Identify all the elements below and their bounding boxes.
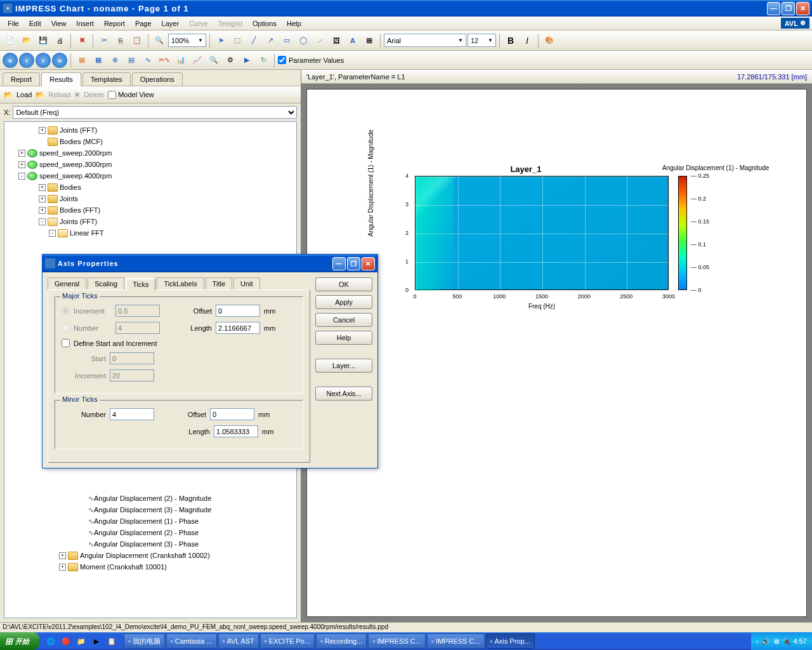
menu-page[interactable]: Page [130, 18, 157, 29]
clock[interactable]: 4:57 [794, 637, 807, 645]
bold-icon[interactable]: B [503, 33, 518, 48]
explorer-icon[interactable]: 📁 [74, 633, 89, 649]
tray-volume-icon[interactable]: 🔊 [761, 637, 770, 646]
tree-item[interactable]: +Moment (Crankshaft 10001) [4, 561, 296, 573]
tree-item[interactable]: +speed_sweep.3000rpm [4, 159, 296, 170]
dialog-minimize-button[interactable]: — [332, 257, 346, 270]
save-icon[interactable]: 💾 [36, 33, 51, 48]
zoom-combo[interactable]: 100% [168, 34, 206, 47]
tree-item[interactable]: -Linear FFT [4, 227, 296, 239]
open-icon[interactable]: 📂 [19, 33, 34, 48]
tree-item[interactable]: ∿ Angular Displacement (1) - Phase [4, 515, 296, 527]
dlg-tab-general[interactable]: General [48, 277, 86, 289]
tree-item[interactable]: ∿ Angular Displacement (3) - Magnitude [4, 504, 296, 515]
nav-next-icon[interactable]: › [36, 53, 51, 68]
cut-icon[interactable]: ✂ [96, 33, 112, 48]
help-button[interactable]: Help [315, 331, 372, 345]
task-item[interactable]: ▫EXCITE Po... [260, 633, 315, 649]
x-axis-select[interactable]: Default (Freq) [13, 106, 297, 119]
line-icon[interactable]: ╱ [246, 33, 261, 48]
minimize-button[interactable]: — [767, 2, 780, 15]
dialog-close-button[interactable]: ✕ [362, 257, 375, 270]
plot2-icon[interactable]: 📈 [190, 53, 205, 68]
dlg-tab-unit[interactable]: Unit [233, 277, 260, 289]
magnify-icon[interactable]: 🔍 [206, 53, 221, 68]
delete-icon[interactable]: ✖ [74, 33, 89, 48]
rect-icon[interactable]: ▭ [279, 33, 294, 48]
nav-last-icon[interactable]: » [52, 53, 67, 68]
curve-icon[interactable]: ⟋ [312, 33, 327, 48]
tree-item[interactable]: Bodies (MCF) [4, 136, 296, 147]
app-icon[interactable]: 📋 [104, 633, 119, 649]
font-name-combo[interactable]: Arial [384, 34, 466, 47]
crosshair-icon[interactable]: ⊕ [107, 53, 122, 68]
plot1-icon[interactable]: 📊 [173, 53, 188, 68]
tree-item[interactable]: +Angular Displacement (Crankshaft 10002) [4, 550, 296, 561]
dlg-tab-ticks[interactable]: Ticks [126, 278, 155, 290]
define-start-checkbox[interactable] [62, 339, 70, 347]
task-item[interactable]: ▫AVL AST [218, 633, 259, 649]
print-icon[interactable]: 🖨 [52, 33, 67, 48]
arrow-icon[interactable]: ↗ [263, 33, 278, 48]
run-icon[interactable]: ▶ [239, 53, 254, 68]
chrome-icon[interactable]: 🔴 [58, 633, 74, 649]
minor-offset-input[interactable] [210, 408, 254, 420]
settings-icon[interactable]: ⚙ [223, 53, 238, 68]
menu-view[interactable]: View [46, 18, 72, 29]
sine-icon[interactable]: ∿ [140, 53, 155, 68]
pointer-icon[interactable]: ➤ [213, 33, 228, 48]
tree-item[interactable]: -Joints (FFT) [4, 216, 296, 227]
chart-paper[interactable]: Layer_1 Angular Displacement (1) - Magni… [306, 89, 807, 617]
tree-item[interactable]: +speed_sweep.2000rpm [4, 147, 296, 159]
major-length-input[interactable] [216, 322, 260, 334]
zoom-icon[interactable]: 🔍 [152, 33, 167, 48]
maximize-button[interactable]: ❐ [782, 2, 795, 15]
ok-button[interactable]: OK [315, 277, 372, 291]
tree-item[interactable]: +Joints (FFT) [4, 124, 296, 136]
next-axis-button[interactable]: Next Axis... [315, 387, 372, 401]
task-item[interactable]: ▫Axis Prop... [486, 633, 535, 649]
load-folder-icon[interactable]: 📂 [4, 91, 13, 99]
minor-length-input[interactable] [214, 425, 258, 437]
layer1-icon[interactable]: ▦ [74, 53, 89, 68]
cancel-button[interactable]: Cancel [315, 313, 372, 327]
task-item[interactable]: ▫IMPRESS C... [427, 633, 485, 649]
text-icon[interactable]: A [345, 33, 360, 48]
tree-item[interactable]: ∿ Angular Displacement (2) - Phase [4, 527, 296, 538]
dlg-tab-title[interactable]: Title [206, 277, 232, 289]
tab-report[interactable]: Report [3, 72, 40, 86]
image-icon[interactable]: 🖼 [329, 33, 344, 48]
new-icon[interactable]: 📄 [3, 33, 18, 48]
layer-button[interactable]: Layer... [315, 359, 372, 373]
heatmap-body[interactable] [415, 176, 669, 290]
media-icon[interactable]: ▶ [89, 633, 104, 649]
menu-options[interactable]: Options [247, 18, 282, 29]
task-item[interactable]: ▫IMPRESS C... [368, 633, 426, 649]
nav-first-icon[interactable]: « [3, 53, 18, 68]
major-offset-input[interactable] [216, 305, 260, 317]
tab-operations[interactable]: Operations [132, 72, 183, 86]
tree-item[interactable]: ∿ Angular Displacement (3) - Phase [4, 538, 296, 550]
layer2-icon[interactable]: ▦ [91, 53, 106, 68]
task-item[interactable]: ▫Recording... [316, 633, 367, 649]
model-view-checkbox[interactable]: Model View [108, 91, 154, 99]
minor-number-input[interactable] [110, 408, 154, 420]
tree-item[interactable]: +Joints [4, 193, 296, 204]
italic-icon[interactable]: I [520, 33, 535, 48]
menu-report[interactable]: Report [99, 18, 130, 29]
dlg-tab-ticklabels[interactable]: TickLabels [157, 277, 204, 289]
dialog-maximize-button[interactable]: ❐ [347, 257, 360, 270]
tree-item[interactable]: +Bodies [4, 182, 296, 193]
task-item[interactable]: ▫我的电脑 [124, 633, 165, 649]
ie-icon[interactable]: 🌐 [43, 633, 58, 649]
close-button[interactable]: ✕ [796, 2, 809, 15]
grid-icon[interactable]: ▦ [362, 33, 377, 48]
dlg-tab-scaling[interactable]: Scaling [88, 277, 124, 289]
start-button[interactable]: ⊞开始 [0, 632, 39, 650]
paste-icon[interactable]: 📋 [129, 33, 145, 48]
select-icon[interactable]: ⬚ [230, 33, 245, 48]
menu-layer[interactable]: Layer [157, 18, 185, 29]
tab-results[interactable]: Results [41, 72, 81, 86]
tree-item[interactable]: +Bodies (FFT) [4, 204, 296, 216]
load-button[interactable]: Load [16, 91, 32, 98]
